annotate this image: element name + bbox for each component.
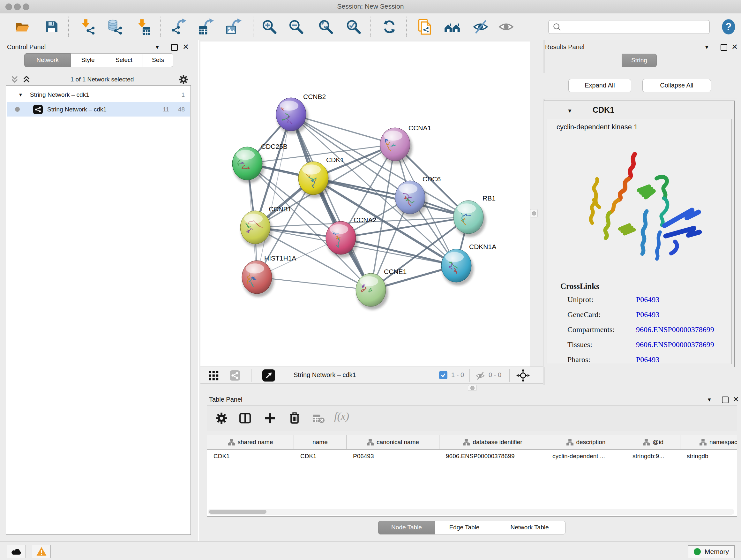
tab-edge-table[interactable]: Edge Table bbox=[435, 521, 494, 535]
expand-all-button[interactable]: Expand All bbox=[568, 79, 631, 92]
table-panel-close-button[interactable]: ✕ bbox=[733, 395, 739, 404]
column-header-description[interactable]: description bbox=[546, 435, 626, 449]
control-panel-close-button[interactable]: ✕ bbox=[183, 43, 189, 51]
results-panel-float-button[interactable] bbox=[721, 44, 727, 51]
apply-layout-button[interactable] bbox=[381, 18, 398, 36]
table-cell[interactable]: stringdb bbox=[680, 449, 737, 463]
memory-button[interactable]: Memory bbox=[688, 545, 735, 558]
column-header-name[interactable]: name bbox=[294, 435, 347, 449]
node-CDKN1A[interactable]: CDKN1A bbox=[441, 243, 496, 286]
crosslink-row: Uniprot:P06493 bbox=[567, 295, 727, 304]
network-options-gear-icon[interactable] bbox=[179, 75, 188, 84]
collection-expand-caret[interactable]: ▼ bbox=[18, 92, 23, 98]
import-network-database-button[interactable] bbox=[106, 18, 124, 36]
zoom-fit-button[interactable] bbox=[317, 18, 335, 36]
table-row[interactable]: CDK1CDK1P064939606.ENSP00000378699cyclin… bbox=[207, 449, 737, 463]
panel-divider[interactable] bbox=[198, 40, 199, 541]
column-header-database-identifier[interactable]: database identifier bbox=[440, 435, 546, 449]
results-panel-close-button[interactable]: ✕ bbox=[731, 43, 738, 51]
search-input[interactable] bbox=[564, 23, 710, 31]
crosslink-value-link[interactable]: P06493 bbox=[636, 295, 659, 304]
node-HIST1H1A[interactable]: HIST1H1A bbox=[242, 254, 296, 297]
pan-crosshair-icon[interactable] bbox=[516, 369, 530, 382]
import-network-file-button[interactable] bbox=[78, 18, 96, 36]
scrollbar-thumb[interactable] bbox=[209, 510, 266, 514]
column-header-shared-name[interactable]: shared name bbox=[207, 435, 294, 449]
node-label-RB1: RB1 bbox=[482, 194, 495, 202]
detach-view-button[interactable] bbox=[262, 369, 275, 381]
edge-CCNB2-CCNE1[interactable] bbox=[291, 114, 371, 290]
expand-all-icon[interactable] bbox=[22, 75, 30, 84]
crosslink-value-link[interactable]: 9606.ENSP00000378699 bbox=[636, 325, 714, 334]
show-columns-icon[interactable] bbox=[239, 412, 251, 424]
table-cell[interactable]: CDK1 bbox=[294, 449, 347, 463]
tab-sets[interactable]: Sets bbox=[143, 53, 173, 67]
control-panel-menu-caret[interactable]: ▾ bbox=[156, 44, 159, 51]
save-session-button[interactable] bbox=[43, 18, 60, 36]
column-header--id[interactable]: @id bbox=[626, 435, 680, 449]
node-CDC6[interactable]: CDC6 bbox=[395, 175, 441, 217]
collapse-all-button[interactable]: Collapse All bbox=[643, 79, 711, 92]
add-column-plus-icon[interactable] bbox=[264, 412, 276, 424]
node-section-caret[interactable]: ▼ bbox=[567, 108, 572, 114]
table-cell[interactable]: cyclin-dependent ... bbox=[546, 449, 626, 463]
delete-column-trash-icon[interactable] bbox=[288, 412, 301, 424]
network-row-selected[interactable]: String Network – cdk1 11 48 bbox=[7, 102, 190, 117]
tab-network[interactable]: Network bbox=[24, 53, 71, 67]
table-panel-float-button[interactable] bbox=[722, 396, 729, 403]
control-panel-float-button[interactable] bbox=[171, 44, 178, 51]
network-overview-icon[interactable] bbox=[230, 370, 240, 381]
help-button[interactable]: ? bbox=[720, 18, 738, 36]
hide-results-button[interactable] bbox=[472, 18, 489, 36]
zoom-selected-button[interactable] bbox=[345, 18, 362, 36]
table-panel-menu-caret[interactable]: ▾ bbox=[708, 396, 711, 403]
table-cell[interactable]: 9606.ENSP00000378699 bbox=[440, 449, 546, 463]
edge-CCNB2-HIST1H1A[interactable] bbox=[257, 114, 291, 277]
zoom-out-button[interactable] bbox=[287, 18, 305, 36]
table-options-gear-icon[interactable] bbox=[215, 412, 227, 424]
tab-style[interactable]: Style bbox=[71, 53, 105, 67]
column-header-namespace[interactable]: namespace bbox=[680, 435, 737, 449]
node-RB1[interactable]: RB1 bbox=[454, 194, 495, 237]
network-collection-row[interactable]: ▼ String Network – cdk1 1 bbox=[7, 87, 190, 102]
network-canvas[interactable]: CCNB2CCNA1CDC25BCDK1CDC6RB1CCNB1CCNA2CDK… bbox=[200, 42, 530, 367]
tab-node-table[interactable]: Node Table bbox=[378, 521, 435, 535]
warning-status-button[interactable] bbox=[32, 545, 51, 558]
table-cell[interactable]: P06493 bbox=[347, 449, 440, 463]
string-import-button[interactable] bbox=[416, 18, 434, 36]
hidden-count: 0 - 0 bbox=[488, 371, 501, 379]
node-CCNA1[interactable]: CCNA1 bbox=[380, 124, 431, 164]
show-results-button[interactable] bbox=[497, 18, 515, 36]
crosslink-label: GeneCard: bbox=[567, 310, 636, 319]
crosslink-value-link[interactable]: 9606.ENSP00000378699 bbox=[636, 340, 714, 349]
crosslink-value-link[interactable]: P06493 bbox=[636, 310, 659, 319]
export-table-button[interactable] bbox=[197, 18, 215, 36]
column-header-canonical-name[interactable]: canonical name bbox=[347, 435, 440, 449]
table-cell[interactable]: CDK1 bbox=[207, 449, 294, 463]
results-panel-menu-caret[interactable]: ▾ bbox=[705, 44, 709, 51]
zoom-in-button[interactable] bbox=[260, 18, 278, 36]
delete-table-icon[interactable] bbox=[313, 414, 325, 424]
search-field[interactable] bbox=[548, 20, 710, 34]
tab-network-table[interactable]: Network Table bbox=[494, 521, 565, 535]
function-builder-fx-icon[interactable]: f(x) bbox=[334, 410, 349, 422]
open-session-button[interactable] bbox=[13, 18, 31, 36]
splitter-grip[interactable] bbox=[530, 209, 538, 217]
export-network-button[interactable] bbox=[170, 18, 188, 36]
tab-select[interactable]: Select bbox=[105, 53, 143, 67]
string-home-button[interactable] bbox=[444, 18, 461, 36]
collapse-all-icon[interactable] bbox=[10, 75, 19, 84]
horizontal-splitter-grip[interactable] bbox=[468, 385, 477, 391]
tab-string[interactable]: String bbox=[622, 54, 657, 67]
import-table-file-button[interactable] bbox=[134, 18, 152, 36]
table-cell[interactable]: stringdb:9... bbox=[626, 449, 680, 463]
node-CCNB2[interactable]: CCNB2 bbox=[276, 93, 326, 134]
export-image-button[interactable] bbox=[225, 18, 243, 36]
cloud-status-button[interactable] bbox=[7, 545, 26, 558]
node-label-CCNB2: CCNB2 bbox=[303, 93, 326, 100]
selected-indicator-checkbox[interactable] bbox=[439, 371, 448, 379]
crosslink-value-link[interactable]: P06493 bbox=[636, 355, 659, 364]
table-horizontal-scrollbar[interactable] bbox=[208, 509, 734, 515]
birds-eye-grid-icon[interactable] bbox=[208, 370, 219, 381]
network-results-splitter[interactable] bbox=[530, 42, 543, 367]
